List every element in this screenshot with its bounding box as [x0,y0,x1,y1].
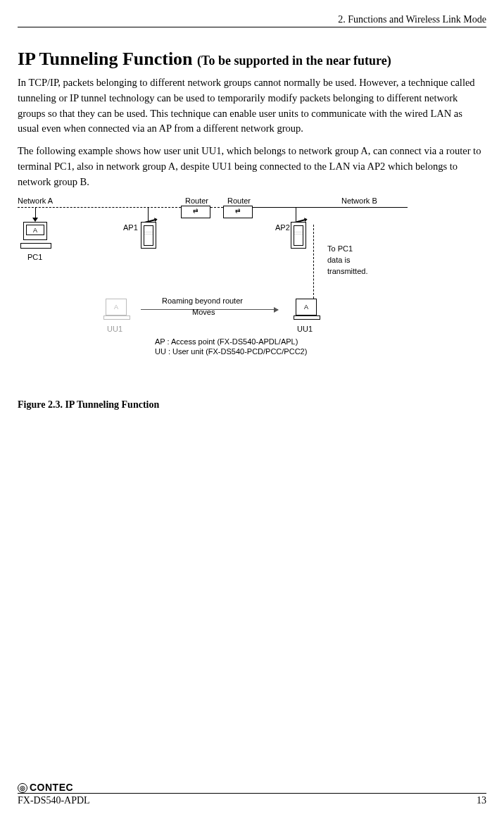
ap2-icon [291,222,312,257]
pc1-badge: A [26,225,44,235]
ap2-to-uu1-line [313,225,314,299]
brand-logo-mark: ◎ [18,783,27,793]
paragraph-2: The following example shows how user uni… [18,144,486,189]
label-roaming: Roaming beyond router [162,296,243,305]
figure-caption: Figure 2.3. IP Tunneling Function [18,399,486,411]
label-router-2: Router [227,196,251,205]
label-ap2: AP2 [275,223,290,232]
net-b-wire [253,207,408,208]
label-pc1: PC1 [27,253,42,261]
page-title: IP Tunneling Function (To be supported i… [18,49,486,70]
figure-diagram: Network A Router Router Network B A PC1 … [18,196,482,394]
ap1-drop [148,207,149,221]
router-box-1 [181,206,210,218]
label-topc1-1: To PC1 [327,244,353,253]
uu1-badge: A [296,299,317,315]
router-link [210,207,223,208]
label-topc1-2: data is [327,256,350,264]
title-sub: (To be supported in the near future) [197,54,391,68]
brand-name: CONTEC [30,782,73,793]
label-network-b: Network B [341,196,377,205]
router-box-2 [223,206,253,218]
brand-logo: ◎CONTEC [18,782,486,793]
label-uu1-ghost: UU1 [107,325,122,333]
label-topc1-3: transmitted. [327,267,367,275]
label-network-a: Network A [18,196,53,205]
footer-model: FX-DS540-APDL [18,795,90,806]
paragraph-1: In TCP/IP, packets belonging to differen… [18,75,486,137]
page-footer: ◎CONTEC FX-DS540-APDL 13 [18,782,486,806]
net-a-wire [18,207,181,208]
ap2-drop [296,207,296,221]
chapter-header: 2. Functions and Wireless Link Mode [18,14,486,27]
label-router-1: Router [185,196,208,205]
uu1-ghost-badge: A [106,299,127,315]
ap1-icon [141,222,162,257]
label-ap1: AP1 [123,223,138,232]
legend-ap: AP : Access point (FX-DS540-APDL/APL) [155,337,298,346]
uu1-ghost-icon: A [106,299,134,323]
uu1-icon: A [296,299,324,323]
legend-uu: UU : User unit (FX-DS540-PCD/PCC/PCC2) [155,347,307,356]
label-uu1: UU1 [297,325,313,333]
pc1-icon: A [23,222,58,250]
page-number: 13 [477,795,486,806]
label-moves: Moves [192,308,215,316]
title-main: IP Tunneling Function [18,49,197,69]
